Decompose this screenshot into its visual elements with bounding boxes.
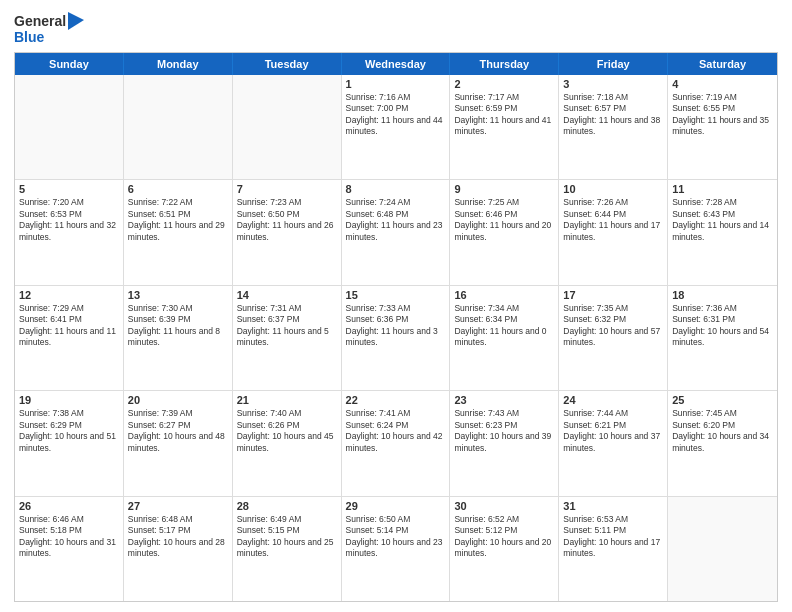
calendar: SundayMondayTuesdayWednesdayThursdayFrid… [14,52,778,602]
day-header-friday: Friday [559,53,668,75]
day-cell-24: 24Sunrise: 7:44 AM Sunset: 6:21 PM Dayli… [559,391,668,495]
header: GeneralBlue [14,10,778,46]
day-number: 27 [128,500,228,512]
day-info: Sunrise: 6:49 AM Sunset: 5:15 PM Dayligh… [237,514,337,560]
day-header-wednesday: Wednesday [342,53,451,75]
day-number: 10 [563,183,663,195]
day-cell-10: 10Sunrise: 7:26 AM Sunset: 6:44 PM Dayli… [559,180,668,284]
day-info: Sunrise: 7:33 AM Sunset: 6:36 PM Dayligh… [346,303,446,349]
day-number: 14 [237,289,337,301]
day-number: 1 [346,78,446,90]
day-cell-18: 18Sunrise: 7:36 AM Sunset: 6:31 PM Dayli… [668,286,777,390]
day-cell-25: 25Sunrise: 7:45 AM Sunset: 6:20 PM Dayli… [668,391,777,495]
day-cell-27: 27Sunrise: 6:48 AM Sunset: 5:17 PM Dayli… [124,497,233,601]
day-info: Sunrise: 6:52 AM Sunset: 5:12 PM Dayligh… [454,514,554,560]
day-info: Sunrise: 7:23 AM Sunset: 6:50 PM Dayligh… [237,197,337,243]
day-number: 20 [128,394,228,406]
day-info: Sunrise: 6:46 AM Sunset: 5:18 PM Dayligh… [19,514,119,560]
day-cell-21: 21Sunrise: 7:40 AM Sunset: 6:26 PM Dayli… [233,391,342,495]
day-cell-3: 3Sunrise: 7:18 AM Sunset: 6:57 PM Daylig… [559,75,668,179]
day-info: Sunrise: 7:40 AM Sunset: 6:26 PM Dayligh… [237,408,337,454]
calendar-row-2: 5Sunrise: 7:20 AM Sunset: 6:53 PM Daylig… [15,179,777,284]
day-info: Sunrise: 7:45 AM Sunset: 6:20 PM Dayligh… [672,408,773,454]
day-number: 22 [346,394,446,406]
day-number: 8 [346,183,446,195]
day-cell-28: 28Sunrise: 6:49 AM Sunset: 5:15 PM Dayli… [233,497,342,601]
svg-text:General: General [14,13,66,29]
day-cell-11: 11Sunrise: 7:28 AM Sunset: 6:43 PM Dayli… [668,180,777,284]
day-cell-14: 14Sunrise: 7:31 AM Sunset: 6:37 PM Dayli… [233,286,342,390]
day-number: 15 [346,289,446,301]
day-cell-4: 4Sunrise: 7:19 AM Sunset: 6:55 PM Daylig… [668,75,777,179]
day-cell-5: 5Sunrise: 7:20 AM Sunset: 6:53 PM Daylig… [15,180,124,284]
day-number: 5 [19,183,119,195]
day-cell-19: 19Sunrise: 7:38 AM Sunset: 6:29 PM Dayli… [15,391,124,495]
logo: GeneralBlue [14,10,84,46]
day-number: 17 [563,289,663,301]
day-info: Sunrise: 6:48 AM Sunset: 5:17 PM Dayligh… [128,514,228,560]
day-info: Sunrise: 7:30 AM Sunset: 6:39 PM Dayligh… [128,303,228,349]
day-info: Sunrise: 6:53 AM Sunset: 5:11 PM Dayligh… [563,514,663,560]
day-info: Sunrise: 7:43 AM Sunset: 6:23 PM Dayligh… [454,408,554,454]
day-cell-29: 29Sunrise: 6:50 AM Sunset: 5:14 PM Dayli… [342,497,451,601]
day-header-tuesday: Tuesday [233,53,342,75]
day-number: 9 [454,183,554,195]
svg-marker-2 [68,12,84,30]
day-number: 25 [672,394,773,406]
day-info: Sunrise: 7:22 AM Sunset: 6:51 PM Dayligh… [128,197,228,243]
day-cell-30: 30Sunrise: 6:52 AM Sunset: 5:12 PM Dayli… [450,497,559,601]
svg-text:Blue: Blue [14,29,45,45]
day-cell-31: 31Sunrise: 6:53 AM Sunset: 5:11 PM Dayli… [559,497,668,601]
day-cell-17: 17Sunrise: 7:35 AM Sunset: 6:32 PM Dayli… [559,286,668,390]
day-info: Sunrise: 6:50 AM Sunset: 5:14 PM Dayligh… [346,514,446,560]
day-info: Sunrise: 7:28 AM Sunset: 6:43 PM Dayligh… [672,197,773,243]
calendar-row-5: 26Sunrise: 6:46 AM Sunset: 5:18 PM Dayli… [15,496,777,601]
day-number: 13 [128,289,228,301]
day-number: 23 [454,394,554,406]
day-cell-13: 13Sunrise: 7:30 AM Sunset: 6:39 PM Dayli… [124,286,233,390]
day-header-saturday: Saturday [668,53,777,75]
day-cell-9: 9Sunrise: 7:25 AM Sunset: 6:46 PM Daylig… [450,180,559,284]
calendar-header: SundayMondayTuesdayWednesdayThursdayFrid… [15,53,777,75]
calendar-row-4: 19Sunrise: 7:38 AM Sunset: 6:29 PM Dayli… [15,390,777,495]
day-number: 21 [237,394,337,406]
day-cell-empty-4-6 [668,497,777,601]
day-info: Sunrise: 7:38 AM Sunset: 6:29 PM Dayligh… [19,408,119,454]
day-number: 11 [672,183,773,195]
day-info: Sunrise: 7:20 AM Sunset: 6:53 PM Dayligh… [19,197,119,243]
day-info: Sunrise: 7:25 AM Sunset: 6:46 PM Dayligh… [454,197,554,243]
day-number: 3 [563,78,663,90]
day-cell-12: 12Sunrise: 7:29 AM Sunset: 6:41 PM Dayli… [15,286,124,390]
day-info: Sunrise: 7:44 AM Sunset: 6:21 PM Dayligh… [563,408,663,454]
day-cell-empty-0-0 [15,75,124,179]
day-cell-7: 7Sunrise: 7:23 AM Sunset: 6:50 PM Daylig… [233,180,342,284]
day-header-monday: Monday [124,53,233,75]
day-number: 18 [672,289,773,301]
day-cell-6: 6Sunrise: 7:22 AM Sunset: 6:51 PM Daylig… [124,180,233,284]
day-number: 24 [563,394,663,406]
day-number: 19 [19,394,119,406]
page: GeneralBlue SundayMondayTuesdayWednesday… [0,0,792,612]
day-number: 7 [237,183,337,195]
day-number: 28 [237,500,337,512]
day-info: Sunrise: 7:31 AM Sunset: 6:37 PM Dayligh… [237,303,337,349]
day-number: 6 [128,183,228,195]
day-info: Sunrise: 7:41 AM Sunset: 6:24 PM Dayligh… [346,408,446,454]
day-header-thursday: Thursday [450,53,559,75]
day-cell-8: 8Sunrise: 7:24 AM Sunset: 6:48 PM Daylig… [342,180,451,284]
day-info: Sunrise: 7:34 AM Sunset: 6:34 PM Dayligh… [454,303,554,349]
day-info: Sunrise: 7:24 AM Sunset: 6:48 PM Dayligh… [346,197,446,243]
day-cell-empty-0-2 [233,75,342,179]
day-number: 2 [454,78,554,90]
calendar-body: 1Sunrise: 7:16 AM Sunset: 7:00 PM Daylig… [15,75,777,601]
day-info: Sunrise: 7:35 AM Sunset: 6:32 PM Dayligh… [563,303,663,349]
day-info: Sunrise: 7:36 AM Sunset: 6:31 PM Dayligh… [672,303,773,349]
day-number: 16 [454,289,554,301]
day-number: 30 [454,500,554,512]
day-cell-empty-0-1 [124,75,233,179]
day-header-sunday: Sunday [15,53,124,75]
day-info: Sunrise: 7:18 AM Sunset: 6:57 PM Dayligh… [563,92,663,138]
day-info: Sunrise: 7:29 AM Sunset: 6:41 PM Dayligh… [19,303,119,349]
logo-svg: GeneralBlue [14,10,84,46]
day-info: Sunrise: 7:17 AM Sunset: 6:59 PM Dayligh… [454,92,554,138]
